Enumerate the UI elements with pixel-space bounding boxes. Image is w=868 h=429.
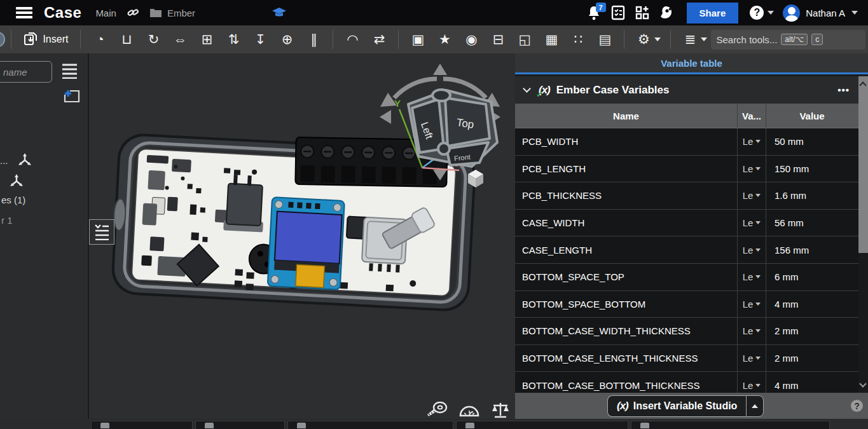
filter-by-name-input[interactable] <box>0 61 52 83</box>
app-store-grid-icon[interactable] <box>635 5 650 20</box>
vertical-scrollbar[interactable] <box>858 76 868 393</box>
user-name[interactable]: Nathan A <box>806 8 845 18</box>
tree-item[interactable]: ... <box>0 152 32 169</box>
list-view-icon[interactable] <box>61 62 78 81</box>
group-tool-icon[interactable]: ▣ <box>404 27 431 51</box>
cylindrical-mate-icon[interactable]: ⇅ <box>220 27 247 51</box>
variable-type-dropdown[interactable]: Le <box>738 210 766 236</box>
ai-advisor-icon[interactable] <box>659 5 674 20</box>
variable-value-cell[interactable]: 2 mm <box>766 345 858 372</box>
workspace-name[interactable]: Main <box>95 8 116 18</box>
insert-button[interactable]: Insert <box>17 27 74 51</box>
folder-name[interactable]: Ember <box>167 8 195 18</box>
planar-mate-icon[interactable]: ⊞ <box>193 27 220 51</box>
isometric-view-icon[interactable] <box>467 169 484 191</box>
move-part-icon[interactable]: ◉ <box>458 27 485 51</box>
variable-name-cell[interactable]: BOTTOM_SPACE_BOTTOM <box>515 291 738 318</box>
table-row[interactable]: CASE_WIDTH Le 56 mm <box>515 210 858 237</box>
variable-type-dropdown[interactable]: Le <box>738 236 766 263</box>
bom-toggle-icon[interactable]: ≣ <box>677 27 703 51</box>
variable-name-cell[interactable]: PCB_WIDTH <box>515 128 738 155</box>
variable-value-cell[interactable]: 1.6 mm <box>766 182 858 209</box>
table-row[interactable]: BOTTOM_SPACE_TOP Le 6 mm <box>515 264 858 291</box>
variable-value-cell[interactable]: 4 mm <box>766 291 858 318</box>
table-row[interactable]: PCB_WIDTH Le 50 mm <box>515 128 858 156</box>
scrollbar-thumb[interactable] <box>858 76 868 253</box>
document-tab[interactable] <box>287 421 453 429</box>
collapse-chevron-icon[interactable] <box>523 85 531 93</box>
table-row[interactable]: BOTTOM_CASE_WIDTH_THICKNESS Le 2 mm <box>515 318 858 345</box>
variable-value-cell[interactable]: 150 mm <box>766 156 858 182</box>
feature-list-toggle[interactable] <box>89 219 114 245</box>
tree-item[interactable]: es (1) <box>0 194 25 205</box>
table-row[interactable]: BOTTOM_SPACE_BOTTOM Le 4 mm <box>515 291 858 318</box>
replicate-icon[interactable]: ◱ <box>511 27 538 51</box>
tree-item[interactable] <box>0 173 24 190</box>
assembly-features-caret-icon[interactable] <box>654 37 661 41</box>
toolbar-edge-icon[interactable] <box>0 32 5 47</box>
variable-name-cell[interactable]: CASE_WIDTH <box>515 210 738 236</box>
snap-mode-icon[interactable]: ⊟ <box>485 27 511 51</box>
variable-type-dropdown[interactable]: Le <box>738 291 766 318</box>
pattern-icon[interactable]: ▦ <box>538 27 565 51</box>
variable-studio-section-header[interactable]: (x) ✓ Ember Case Variables ••• <box>515 76 858 104</box>
variable-value-cell[interactable]: 156 mm <box>766 236 858 263</box>
tab-variable-table[interactable]: Variable table <box>661 58 722 69</box>
variable-type-dropdown[interactable]: Le <box>738 182 766 209</box>
variable-name-cell[interactable]: PCB_THICKNESS <box>515 182 738 209</box>
help-caret-icon[interactable] <box>768 11 774 15</box>
named-views-icon[interactable]: ▤ <box>591 27 618 51</box>
mass-properties-icon[interactable] <box>491 402 510 421</box>
variable-type-dropdown[interactable]: Le <box>738 128 766 155</box>
table-row[interactable]: PCB_LENGTH Le 150 mm <box>515 156 858 183</box>
variable-type-dropdown[interactable]: Le <box>738 372 766 393</box>
variable-name-cell[interactable]: BOTTOM_CASE_BOTTOM_THICKNESS <box>515 372 738 393</box>
variable-name-cell[interactable]: BOTTOM_SPACE_TOP <box>515 264 738 290</box>
assembly-3d-model[interactable]: Y Z X Left Top Front <box>90 53 515 419</box>
variable-name-cell[interactable]: BOTTOM_CASE_WIDTH_THICKNESS <box>515 318 738 344</box>
variable-value-cell[interactable]: 2 mm <box>766 318 858 344</box>
tree-item[interactable]: r 1 <box>0 215 13 226</box>
measure-tool-icon[interactable] <box>426 402 448 421</box>
slider-mate-icon[interactable]: ⇔ <box>167 27 193 51</box>
overflow-menu-button[interactable]: ••• <box>837 85 850 95</box>
pin-slot-mate-icon[interactable]: ↧ <box>247 27 273 51</box>
table-row[interactable]: CASE_LENGTH Le 156 mm <box>515 236 858 264</box>
avatar[interactable] <box>783 4 800 22</box>
document-tab[interactable] <box>456 421 628 429</box>
share-button[interactable]: Share <box>687 3 739 24</box>
variable-value-cell[interactable]: 50 mm <box>766 128 858 155</box>
variable-value-cell[interactable]: 4 mm <box>766 372 858 393</box>
variable-name-cell[interactable]: CASE_LENGTH <box>515 236 738 263</box>
share-link-icon[interactable] <box>127 6 139 19</box>
parallel-mate-icon[interactable]: ∥ <box>300 27 327 51</box>
assembly-features-icon[interactable]: ⚙ <box>630 27 657 51</box>
mate-relations-icon[interactable]: ★ <box>431 27 458 51</box>
table-row[interactable]: BOTTOM_CASE_BOTTOM_THICKNESS Le 4 mm <box>515 372 858 393</box>
ball-mate-icon[interactable]: ⊕ <box>273 27 300 51</box>
insert-variable-studio-caret[interactable] <box>746 395 764 417</box>
bom-caret-icon[interactable] <box>701 37 707 41</box>
protractor-tool-icon[interactable] <box>459 402 479 421</box>
variable-value-cell[interactable]: 6 mm <box>766 264 858 290</box>
column-header-name[interactable]: Name <box>515 104 738 128</box>
variable-value-cell[interactable]: 56 mm <box>766 210 858 236</box>
add-folder-icon[interactable] <box>64 89 80 106</box>
scroll-down-icon[interactable] <box>859 380 866 387</box>
user-menu-caret-icon[interactable] <box>851 11 858 15</box>
search-tools-box[interactable]: Search tools... alt/⌥ c <box>711 30 865 50</box>
main-menu-icon[interactable] <box>16 7 32 18</box>
document-tab[interactable] <box>631 421 830 429</box>
document-tab[interactable] <box>91 421 193 429</box>
view-cube-top-face[interactable]: Top <box>456 116 475 131</box>
table-row[interactable]: PCB_THICKNESS Le 1.6 mm <box>515 182 858 210</box>
tangent-mate-icon[interactable]: ◠ <box>339 27 366 51</box>
variable-type-dropdown[interactable]: Le <box>738 345 766 372</box>
mate-tool-icon[interactable]: ◔ <box>86 27 113 51</box>
mate-connector-icon[interactable]: ⇄ <box>366 27 392 51</box>
variable-type-dropdown[interactable]: Le <box>738 318 766 344</box>
table-row[interactable]: BOTTOM_CASE_LENGTH_THICKNESS Le 2 mm <box>515 345 858 372</box>
variable-type-dropdown[interactable]: Le <box>738 264 766 290</box>
variable-name-cell[interactable]: PCB_LENGTH <box>515 156 738 182</box>
fastened-mate-icon[interactable]: ⊔ <box>113 27 140 51</box>
